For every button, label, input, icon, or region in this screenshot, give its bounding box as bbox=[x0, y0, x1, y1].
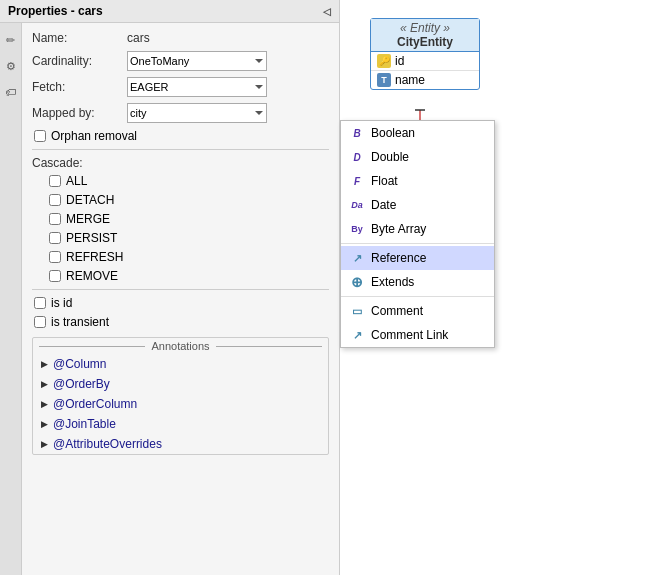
menu-item-date[interactable]: Da Date bbox=[341, 193, 494, 217]
arrow-icon-jointable: ▶ bbox=[41, 419, 48, 429]
cascade-refresh-checkbox[interactable] bbox=[49, 251, 61, 263]
cascade-all-row: ALL bbox=[49, 174, 329, 188]
collapse-button[interactable]: ◁ bbox=[323, 6, 331, 17]
comment-label: Comment bbox=[371, 304, 423, 318]
annotation-jointable[interactable]: ▶ @JoinTable bbox=[33, 414, 328, 434]
float-icon: F bbox=[349, 173, 365, 189]
city-field-name: T name bbox=[371, 71, 479, 89]
cascade-persist-checkbox[interactable] bbox=[49, 232, 61, 244]
city-name-label: name bbox=[395, 73, 425, 87]
orphan-checkbox[interactable] bbox=[34, 130, 46, 142]
cardinality-row: Cardinality: OneToMany ManyToOne OneToOn… bbox=[32, 51, 329, 71]
cascade-all-checkbox[interactable] bbox=[49, 175, 61, 187]
cascade-detach-checkbox[interactable] bbox=[49, 194, 61, 206]
bytearray-label: Byte Array bbox=[371, 222, 426, 236]
mapped-label: Mapped by: bbox=[32, 106, 127, 120]
reference-label: Reference bbox=[371, 251, 426, 265]
separator-2 bbox=[32, 289, 329, 290]
annotation-column-label: @Column bbox=[53, 357, 107, 371]
cascade-persist-row: PERSIST bbox=[49, 231, 329, 245]
is-id-checkbox[interactable] bbox=[34, 297, 46, 309]
context-menu: B Boolean D Double F Float Da Date By By… bbox=[340, 120, 495, 348]
menu-item-commentlink[interactable]: ↗ Comment Link bbox=[341, 323, 494, 347]
cascade-merge-row: MERGE bbox=[49, 212, 329, 226]
arrow-icon-column: ▶ bbox=[41, 359, 48, 369]
fetch-select[interactable]: EAGER LAZY bbox=[127, 77, 267, 97]
commentlink-icon: ↗ bbox=[349, 327, 365, 343]
panel-header: Properties - cars ◁ bbox=[0, 0, 339, 23]
side-icon-bar: ✏ ⚙ 🏷 bbox=[0, 23, 22, 575]
cascade-remove-checkbox[interactable] bbox=[49, 270, 61, 282]
annotation-column[interactable]: ▶ @Column bbox=[33, 354, 328, 374]
cascade-items: ALL DETACH MERGE PERSIST REFRESH bbox=[47, 174, 329, 283]
fetch-label: Fetch: bbox=[32, 80, 127, 94]
cascade-remove-label: REMOVE bbox=[66, 269, 118, 283]
annotation-attributeoverrides-label: @AttributeOverrides bbox=[53, 437, 162, 451]
name-value: cars bbox=[127, 31, 150, 45]
tag-icon[interactable]: 🏷 bbox=[2, 83, 20, 101]
orphan-label: Orphan removal bbox=[51, 129, 137, 143]
commentlink-label: Comment Link bbox=[371, 328, 448, 342]
date-icon: Da bbox=[349, 197, 365, 213]
extends-icon: ⊕ bbox=[349, 274, 365, 290]
properties-content: Name: cars Cardinality: OneToMany ManyTo… bbox=[22, 23, 339, 575]
cascade-refresh-row: REFRESH bbox=[49, 250, 329, 264]
cardinality-select[interactable]: OneToMany ManyToOne OneToOne ManyToMany bbox=[127, 51, 267, 71]
orphan-row: Orphan removal bbox=[34, 129, 329, 143]
mapped-row: Mapped by: city bbox=[32, 103, 329, 123]
menu-separator-2 bbox=[341, 296, 494, 297]
menu-item-extends[interactable]: ⊕ Extends bbox=[341, 270, 494, 294]
is-transient-row: is transient bbox=[34, 315, 329, 329]
reference-icon: ↗ bbox=[349, 250, 365, 266]
annotation-jointable-label: @JoinTable bbox=[53, 417, 116, 431]
menu-item-float[interactable]: F Float bbox=[341, 169, 494, 193]
fetch-row: Fetch: EAGER LAZY bbox=[32, 77, 329, 97]
panel-title: Properties - cars bbox=[8, 4, 103, 18]
annotation-ordercolumn[interactable]: ▶ @OrderColumn bbox=[33, 394, 328, 414]
date-label: Date bbox=[371, 198, 396, 212]
double-icon: D bbox=[349, 149, 365, 165]
cardinality-label: Cardinality: bbox=[32, 54, 127, 68]
properties-panel: Properties - cars ◁ ✏ ⚙ 🏷 Name: cars Car… bbox=[0, 0, 340, 575]
comment-icon: ▭ bbox=[349, 303, 365, 319]
is-id-row: is id bbox=[34, 296, 329, 310]
city-entity-stereotype: « Entity » CityEntity bbox=[371, 19, 479, 52]
cascade-detach-row: DETACH bbox=[49, 193, 329, 207]
arrow-icon-attributeoverrides: ▶ bbox=[41, 439, 48, 449]
bytearray-icon: By bbox=[349, 221, 365, 237]
is-transient-checkbox[interactable] bbox=[34, 316, 46, 328]
annotation-ordercolumn-label: @OrderColumn bbox=[53, 397, 137, 411]
city-id-label: id bbox=[395, 54, 404, 68]
boolean-icon: B bbox=[349, 125, 365, 141]
annotation-attributeoverrides[interactable]: ▶ @AttributeOverrides bbox=[33, 434, 328, 454]
extends-label: Extends bbox=[371, 275, 414, 289]
annotations-section: Annotations ▶ @Column ▶ @OrderBy ▶ @Orde… bbox=[32, 337, 329, 455]
mapped-select[interactable]: city bbox=[127, 103, 267, 123]
city-field-id: 🔑 id bbox=[371, 52, 479, 71]
cascade-persist-label: PERSIST bbox=[66, 231, 117, 245]
arrow-icon-orderby: ▶ bbox=[41, 379, 48, 389]
menu-item-bytearray[interactable]: By Byte Array bbox=[341, 217, 494, 241]
city-entity-name: CityEntity bbox=[377, 35, 473, 49]
text-icon-city-name: T bbox=[377, 73, 391, 87]
annotation-orderby-label: @OrderBy bbox=[53, 377, 110, 391]
gear-icon[interactable]: ⚙ bbox=[2, 57, 20, 75]
id-icon-city: 🔑 bbox=[377, 54, 391, 68]
cascade-refresh-label: REFRESH bbox=[66, 250, 123, 264]
cascade-merge-checkbox[interactable] bbox=[49, 213, 61, 225]
menu-item-boolean[interactable]: B Boolean bbox=[341, 121, 494, 145]
edit-icon[interactable]: ✏ bbox=[2, 31, 20, 49]
menu-item-reference[interactable]: ↗ Reference bbox=[341, 246, 494, 270]
cascade-remove-row: REMOVE bbox=[49, 269, 329, 283]
menu-item-double[interactable]: D Double bbox=[341, 145, 494, 169]
is-id-label: is id bbox=[51, 296, 72, 310]
annotation-orderby[interactable]: ▶ @OrderBy bbox=[33, 374, 328, 394]
is-transient-label: is transient bbox=[51, 315, 109, 329]
cascade-all-label: ALL bbox=[66, 174, 87, 188]
name-row: Name: cars bbox=[32, 31, 329, 45]
menu-item-comment[interactable]: ▭ Comment bbox=[341, 299, 494, 323]
double-label: Double bbox=[371, 150, 409, 164]
annotations-header: Annotations bbox=[145, 340, 215, 352]
city-entity-box[interactable]: « Entity » CityEntity 🔑 id T name bbox=[370, 18, 480, 90]
cascade-label: Cascade: bbox=[32, 156, 329, 170]
